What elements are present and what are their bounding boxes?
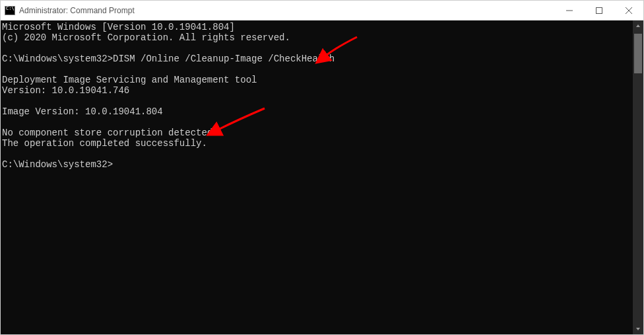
vertical-scrollbar[interactable] (633, 20, 643, 334)
titlebar[interactable]: C:\ Administrator: Command Prompt (1, 1, 643, 20)
dism-header: Deployment Image Servicing and Managemen… (2, 75, 257, 85)
console-output[interactable]: Microsoft Windows [Version 10.0.19041.80… (1, 20, 633, 334)
close-icon (626, 7, 632, 14)
maximize-icon (596, 7, 602, 14)
command-prompt-window: C:\ Administrator: Command Prompt Micros… (0, 0, 644, 335)
minimize-icon (566, 7, 573, 14)
result-line: No component store corruption detected. (2, 128, 218, 138)
svg-marker-5 (636, 328, 640, 330)
result-line: The operation completed successfully. (2, 138, 207, 149)
window-controls (554, 1, 643, 20)
svg-marker-4 (636, 24, 640, 27)
prompt-path: C:\Windows\system32> (2, 159, 113, 170)
scroll-thumb[interactable] (634, 34, 642, 73)
banner-line: (c) 2020 Microsoft Corporation. All righ… (2, 32, 290, 43)
client-area: Microsoft Windows [Version 10.0.19041.80… (1, 20, 643, 334)
dism-version: Version: 10.0.19041.746 (2, 85, 129, 96)
chevron-up-icon (635, 23, 641, 28)
scroll-down-button[interactable] (633, 324, 643, 334)
chevron-down-icon (635, 326, 641, 332)
close-button[interactable] (614, 1, 643, 20)
svg-rect-1 (596, 7, 602, 13)
maximize-button[interactable] (584, 1, 614, 20)
cmd-icon: C:\ (5, 6, 15, 15)
minimize-button[interactable] (554, 1, 584, 20)
image-version: Image Version: 10.0.19041.804 (2, 106, 163, 117)
command-text: DISM /Online /Cleanup-Image /CheckHealth (113, 54, 335, 64)
window-title: Administrator: Command Prompt (19, 6, 554, 15)
scroll-up-button[interactable] (633, 20, 643, 31)
prompt-path: C:\Windows\system32> (2, 54, 113, 64)
app-icon: C:\ (5, 5, 15, 16)
banner-line: Microsoft Windows [Version 10.0.19041.80… (2, 22, 235, 32)
